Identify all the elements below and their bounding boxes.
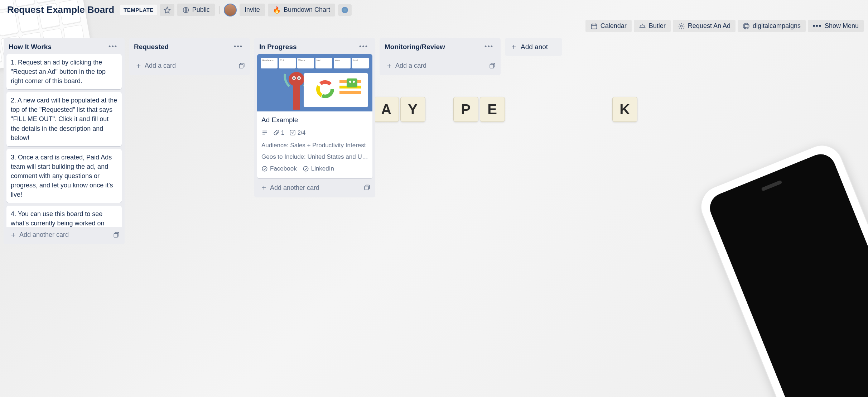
divider bbox=[219, 6, 220, 14]
plus-icon bbox=[511, 44, 517, 50]
svg-point-10 bbox=[298, 77, 300, 79]
card-template-icon[interactable] bbox=[113, 232, 120, 238]
board-title[interactable]: Request Example Board bbox=[4, 3, 117, 17]
card[interactable]: 1. Request an ad by clicking the "Reques… bbox=[6, 54, 122, 89]
globe-icon bbox=[182, 6, 189, 14]
check-circle-icon bbox=[261, 166, 268, 172]
card-template-icon[interactable] bbox=[238, 63, 245, 69]
github-icon bbox=[743, 23, 750, 30]
card-cover-image: New leadsColdWarmHotWonLost bbox=[257, 54, 372, 111]
check-circle-icon bbox=[303, 166, 309, 172]
add-card-label: Add a card bbox=[145, 62, 176, 70]
custom-field-audience: Audience: Sales + Productivity Interest bbox=[261, 141, 368, 150]
svg-point-18 bbox=[349, 81, 351, 83]
show-menu-button[interactable]: ••• Show Menu bbox=[808, 20, 864, 32]
board-canvas[interactable]: How It Works ••• 1. Request an ad by cli… bbox=[0, 36, 868, 393]
github-button[interactable]: digitalcampaigns bbox=[738, 20, 806, 32]
list-title[interactable]: Requested bbox=[134, 43, 169, 51]
svg-rect-1 bbox=[591, 24, 597, 29]
card-template-icon[interactable] bbox=[489, 63, 496, 69]
card-template-icon[interactable] bbox=[364, 185, 370, 191]
fire-icon: 🔥 bbox=[273, 6, 281, 14]
ellipsis-icon: ••• bbox=[813, 22, 822, 30]
show-menu-label: Show Menu bbox=[825, 22, 859, 30]
list-menu-button[interactable]: ••• bbox=[232, 42, 245, 51]
visibility-label: Public bbox=[192, 6, 210, 14]
card[interactable]: 2. A new card will be populated at the t… bbox=[6, 92, 122, 146]
svg-rect-20 bbox=[290, 130, 295, 135]
butler-button[interactable]: Butler bbox=[634, 20, 671, 32]
description-icon bbox=[261, 129, 268, 136]
svg-point-22 bbox=[303, 167, 308, 172]
svg-rect-16 bbox=[339, 91, 361, 94]
plus-icon bbox=[10, 232, 16, 238]
custom-field-geos: Geos to Include: United States and Unit… bbox=[261, 153, 368, 162]
powerup-button[interactable] bbox=[338, 4, 352, 16]
butler-icon bbox=[639, 23, 646, 30]
add-card-button[interactable]: Add another card bbox=[9, 230, 70, 240]
checklist-badge: 2/4 bbox=[289, 129, 305, 137]
list-title[interactable]: Monitoring/Review bbox=[385, 43, 445, 51]
svg-rect-17 bbox=[347, 78, 357, 87]
star-icon bbox=[164, 6, 171, 14]
burndown-label: Burndown Chart bbox=[284, 6, 330, 14]
list-menu-button[interactable]: ••• bbox=[357, 42, 370, 51]
list-menu-button[interactable]: ••• bbox=[482, 42, 496, 51]
dashboard-illustration bbox=[304, 73, 368, 107]
request-ad-button[interactable]: Request An Ad bbox=[673, 20, 736, 32]
add-card-label: Add another card bbox=[19, 231, 69, 239]
card-ad-example[interactable]: New leadsColdWarmHotWonLost bbox=[257, 54, 372, 178]
list-title[interactable]: How It Works bbox=[9, 43, 52, 51]
visibility-button[interactable]: Public bbox=[177, 4, 215, 16]
add-card-button[interactable]: Add a card bbox=[134, 61, 177, 71]
attachment-badge: 1 bbox=[273, 129, 284, 137]
list-in-progress: In Progress ••• New leadsColdWarmHotWonL… bbox=[254, 38, 375, 197]
svg-point-19 bbox=[353, 81, 355, 83]
card[interactable]: 3. Once a card is created, Paid Ads team… bbox=[6, 149, 122, 203]
label-linkedin: LinkedIn bbox=[303, 164, 334, 173]
plus-icon bbox=[135, 63, 142, 69]
add-list-button[interactable]: Add anot bbox=[505, 38, 562, 56]
member-avatar[interactable] bbox=[224, 4, 237, 16]
card[interactable]: 4. You can use this board to see what's … bbox=[6, 206, 122, 227]
svg-rect-6 bbox=[293, 85, 300, 110]
github-label: digitalcampaigns bbox=[753, 22, 801, 30]
gear-icon bbox=[678, 23, 685, 30]
svg-rect-3 bbox=[114, 233, 118, 237]
invite-button[interactable]: Invite bbox=[240, 4, 265, 16]
request-ad-label: Request An Ad bbox=[688, 22, 730, 30]
add-card-label: Add a card bbox=[395, 62, 426, 70]
svg-rect-24 bbox=[490, 64, 494, 68]
svg-point-21 bbox=[262, 167, 267, 172]
svg-point-2 bbox=[680, 25, 682, 27]
add-card-label: Add another card bbox=[270, 184, 319, 192]
svg-rect-4 bbox=[239, 64, 243, 68]
list-title[interactable]: In Progress bbox=[259, 43, 297, 51]
powerup-icon bbox=[342, 7, 348, 13]
add-card-button[interactable]: Add another card bbox=[259, 183, 321, 193]
svg-point-9 bbox=[293, 77, 295, 79]
star-button[interactable] bbox=[160, 4, 174, 16]
template-badge[interactable]: TEMPLATE bbox=[120, 5, 157, 15]
list-requested: Requested ••• Add a card bbox=[129, 38, 250, 75]
invite-label: Invite bbox=[245, 6, 260, 14]
description-badge bbox=[261, 129, 268, 137]
calendar-button[interactable]: Calendar bbox=[585, 20, 632, 32]
burndown-button[interactable]: 🔥 Burndown Chart bbox=[268, 4, 335, 16]
svg-rect-23 bbox=[365, 186, 368, 190]
calendar-label: Calendar bbox=[601, 22, 627, 30]
checklist-icon bbox=[289, 129, 296, 136]
label-facebook: Facebook bbox=[261, 164, 297, 173]
list-monitoring-review: Monitoring/Review ••• Add a card bbox=[380, 38, 501, 75]
paperclip-icon bbox=[273, 129, 279, 136]
plus-icon bbox=[386, 63, 392, 69]
list-menu-button[interactable]: ••• bbox=[106, 42, 120, 51]
list-how-it-works: How It Works ••• 1. Request an ad by cli… bbox=[4, 38, 125, 244]
calendar-icon bbox=[590, 23, 598, 30]
add-card-button[interactable]: Add a card bbox=[385, 61, 428, 71]
svg-point-5 bbox=[289, 72, 304, 86]
card-title: Ad Example bbox=[261, 115, 368, 125]
plus-icon bbox=[261, 185, 267, 191]
butler-label: Butler bbox=[649, 22, 666, 30]
add-list-label: Add anot bbox=[521, 43, 548, 51]
